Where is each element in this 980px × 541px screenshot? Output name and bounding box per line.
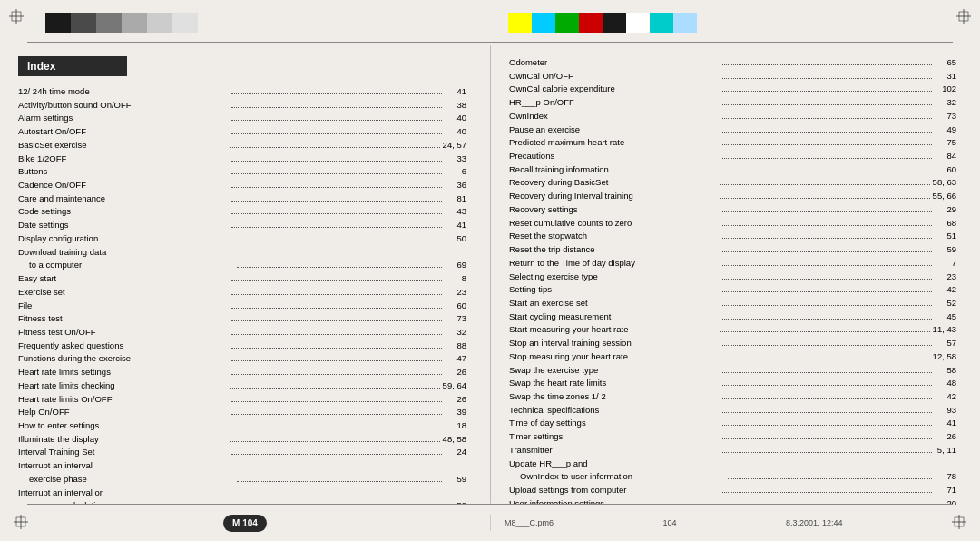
- entry-dots: [722, 291, 933, 292]
- bottom-right: M8___C.pm6 104 8.3.2001, 12:44: [490, 515, 980, 531]
- list-item: Alarm settings40: [18, 112, 466, 125]
- left-index-column: 12/ 24h time mode41Activity/button sound…: [18, 85, 472, 541]
- entry-text: Technical specifications: [509, 404, 720, 418]
- entry-dots: [720, 198, 929, 199]
- top-divider: [27, 42, 953, 43]
- list-item: Functions during the exercise47: [18, 352, 466, 366]
- entry-text: Setting tips: [509, 283, 720, 297]
- page-left: Index 12/ 24h time mode41Activity/button…: [0, 45, 490, 541]
- entry-dots: [231, 414, 442, 415]
- entry-text: 12/ 24h time mode: [18, 85, 229, 99]
- top-bar-left: [0, 0, 490, 44]
- list-item: Heart rate limits settings26: [18, 366, 466, 379]
- entry-num: 18: [445, 419, 466, 433]
- entry-dots: [722, 385, 933, 386]
- entry-num: 41: [445, 85, 466, 99]
- entry-num: 45: [935, 310, 956, 324]
- entry-text: Reset the stopwatch: [509, 230, 720, 243]
- top-bar-right: [490, 0, 980, 44]
- entry-num: 50: [445, 232, 466, 246]
- list-item: File60: [18, 300, 466, 313]
- list-item: Predicted maximum heart rate75: [509, 136, 956, 150]
- list-item: Setting tips42: [509, 283, 956, 297]
- lighter-gray-color-block: [147, 13, 172, 33]
- entry-num: 23: [935, 270, 956, 284]
- list-item: Frequently asked questions88: [18, 339, 466, 353]
- light-blue-color-block: [673, 13, 697, 33]
- entry-dots: [231, 334, 442, 335]
- page-badge: M 104: [223, 515, 267, 532]
- entry-text: Buttons: [18, 165, 229, 179]
- list-item: OwnCal On/OFF31: [509, 70, 956, 84]
- entry-num: 42: [935, 283, 956, 297]
- entry-text: Precautions: [509, 150, 720, 163]
- entry-text: Frequently asked questions: [18, 339, 229, 353]
- entry-text: OwnIndex to user information: [509, 470, 725, 484]
- entry-text: Interval Training Set: [18, 446, 229, 459]
- list-item: Stop an interval training session57: [509, 337, 956, 350]
- entry-num: 84: [935, 150, 956, 163]
- entry-dots: [237, 267, 442, 268]
- entry-dots: [722, 372, 933, 373]
- entry-dots: [231, 120, 442, 121]
- white-color-block: [626, 13, 650, 33]
- entry-dots: [720, 359, 929, 359]
- entry-dots: [231, 294, 442, 295]
- entry-text: Alarm settings: [18, 112, 229, 125]
- index-title: Index: [18, 56, 127, 76]
- list-item: Reset the trip distance59: [509, 243, 956, 257]
- light-gray-color-block: [122, 13, 147, 33]
- entry-num: 33: [445, 152, 466, 166]
- entry-num: 52: [935, 297, 956, 310]
- entry-text: Swap the exercise type: [509, 364, 720, 378]
- entry-num: 75: [935, 136, 956, 150]
- list-item: Transmitter5, 11: [509, 444, 956, 457]
- entry-text: Interrupt an interval or: [18, 487, 466, 500]
- entry-text: Reset the trip distance: [509, 243, 720, 257]
- entry-text: Care and maintenance: [18, 192, 229, 206]
- entry-num: 88: [445, 339, 466, 353]
- entry-dots: [722, 132, 933, 133]
- entry-num: 58, 63: [933, 176, 956, 190]
- list-item: BasicSet exercise24, 57: [18, 139, 466, 152]
- list-item: Timer settings26: [509, 430, 956, 444]
- list-item: HR___p On/OFF32: [509, 96, 956, 110]
- crosshair-bl: [14, 515, 28, 531]
- entry-text: HR___p On/OFF: [509, 96, 720, 110]
- list-item: Selecting exercise type23: [509, 270, 956, 284]
- entry-text: Selecting exercise type: [509, 270, 720, 284]
- entry-text: Start cycling measurement: [509, 310, 720, 324]
- entry-text: Reset cumulative counts to zero: [509, 217, 720, 231]
- entry-num: 26: [445, 393, 466, 407]
- list-item: Recovery during BasicSet58, 63: [509, 176, 956, 190]
- list-item: to a computer69: [18, 259, 466, 272]
- entry-text: Download training data: [18, 246, 466, 260]
- entry-text: OwnCal calorie expenditure: [509, 83, 720, 96]
- footer-page-number: 104: [662, 518, 676, 527]
- entry-dots: [231, 428, 442, 428]
- entry-text: Fitness test: [18, 312, 229, 326]
- entry-dots: [231, 173, 442, 174]
- entry-dots: [722, 425, 933, 426]
- entry-text: File: [18, 300, 229, 313]
- entry-dots: [231, 133, 442, 134]
- entry-dots: [722, 64, 933, 65]
- entry-text: OwnCal On/OFF: [509, 70, 720, 84]
- entry-text: Heart rate limits checking: [18, 379, 228, 393]
- list-item: OwnIndex73: [509, 110, 956, 123]
- entry-dots: [231, 360, 442, 361]
- entry-num: 69: [445, 259, 466, 272]
- list-item: Recovery settings29: [509, 203, 956, 217]
- list-item: Technical specifications93: [509, 404, 956, 418]
- list-item: Cadence On/OFF36: [18, 179, 466, 192]
- entry-dots: [722, 104, 933, 105]
- near-white-color-block: [172, 13, 198, 33]
- entry-dots: [231, 401, 442, 402]
- list-item: Odometer65: [509, 56, 956, 70]
- list-item: Interrupt an interval: [18, 459, 466, 473]
- entry-text: Autostart On/OFF: [18, 125, 229, 139]
- entry-dots: [722, 158, 933, 159]
- yellow-color-block: [508, 13, 532, 33]
- entry-num: 24, 57: [443, 139, 466, 152]
- entry-text: Start an exercise set: [509, 297, 720, 310]
